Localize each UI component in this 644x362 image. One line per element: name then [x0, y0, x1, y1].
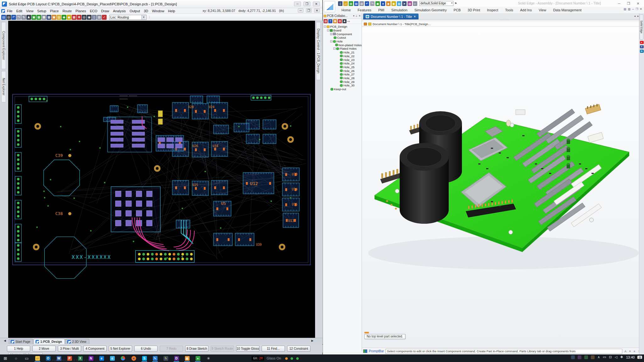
close-button[interactable]: ✕ [635, 1, 641, 6]
battery-icon[interactable]: ▭ [603, 355, 606, 359]
combo-dropdown-icon[interactable]: ▾ [451, 2, 452, 5]
tree-expand-icon[interactable]: − [333, 47, 336, 50]
panel-pin-icon[interactable]: ⟂ [355, 14, 358, 18]
open-icon[interactable]: ▱ [343, 1, 348, 6]
minimize-button[interactable]: ─ [616, 1, 623, 6]
tree-item-hole-30[interactable]: Hole_30 [324, 84, 362, 87]
pen-tool-icon[interactable]: ✎ [151, 355, 159, 361]
tree-item-hole-24[interactable]: Hole_24 [324, 62, 362, 65]
save-icon[interactable]: ▤ [1, 15, 6, 20]
tree-item-hole-22[interactable]: Hole_22 [324, 54, 362, 58]
select-icon[interactable]: ▣ [375, 1, 380, 6]
tree-item-hole-26[interactable]: Hole_26 [324, 69, 362, 73]
diamond-green-icon[interactable]: ◆ [62, 15, 66, 20]
undo-icon[interactable]: ↶ [11, 15, 16, 20]
save-icon[interactable]: ▤ [354, 1, 358, 6]
tree-item-component[interactable]: +Component [324, 32, 362, 36]
tree-item-hole-28[interactable]: Hole_28 [324, 76, 362, 80]
assembly-3d-viewport[interactable] [362, 27, 644, 348]
child-minimize-button[interactable]: ─ [632, 8, 634, 11]
tree-expand-icon[interactable]: + [330, 33, 332, 35]
find-icon[interactable]: ◎ [6, 15, 11, 20]
import-icon[interactable]: ▤ [349, 1, 353, 6]
facebook-icon[interactable]: f [640, 45, 644, 48]
child-close-button[interactable]: ✕ [314, 8, 320, 13]
ribbon-tab-3d-print[interactable]: 3D Print [464, 8, 484, 13]
display-control-tab[interactable]: Display Control - 1:PCB_Design [316, 22, 321, 80]
chrome-icon[interactable] [119, 355, 127, 361]
qat-customize-icon[interactable]: ⚑ [454, 2, 457, 5]
display-copy-icon[interactable]: ▦ [36, 15, 41, 20]
youtube-icon[interactable]: ▸ [640, 41, 644, 44]
zoom-icon[interactable]: ◎ [82, 15, 86, 20]
print-icon[interactable]: ▥ [359, 1, 364, 6]
person-icon[interactable]: ♟ [342, 19, 347, 23]
green-app-icon[interactable]: ● [194, 355, 202, 361]
fkey-1-help[interactable]: 1 Help [7, 346, 30, 352]
stamp-icon[interactable]: ▨ [97, 15, 102, 20]
clock[interactable]: 13:40 [626, 355, 635, 359]
menu-draw[interactable]: Draw [99, 9, 111, 13]
fkey-12-constraint[interactable]: 12 Constraint [287, 346, 310, 352]
check-icon[interactable]: ✓ [102, 15, 107, 20]
child-restore-button[interactable]: ❐ [636, 8, 638, 11]
tray-app3-icon[interactable] [584, 355, 588, 359]
menu-edit[interactable]: Edit [14, 9, 24, 13]
child-restore-button[interactable]: ❐ [306, 8, 312, 13]
child-window-icon[interactable] [1, 9, 5, 13]
style-icon[interactable]: ▨ [397, 1, 401, 6]
panel-scroll-right-icon[interactable]: ▸ [349, 20, 350, 23]
document-tab-close-icon[interactable]: ✕ [414, 15, 416, 18]
tray-chevron-icon[interactable]: ∧ [597, 355, 600, 359]
tile-icon[interactable]: ▥ [628, 8, 630, 11]
fkey-5-net-explorer[interactable]: 5 Net Explorer [109, 346, 132, 352]
tree-item-keep-out[interactable]: Keep-out [324, 87, 362, 91]
prompt-list-icon[interactable]: ≡ [633, 350, 636, 353]
pointer-icon[interactable]: ➤ [402, 1, 407, 6]
dev-tool-icon[interactable]: D [173, 355, 180, 361]
tree-item-cutout[interactable]: Cutout [324, 36, 362, 40]
diamond-yellow-icon[interactable]: ◆ [67, 15, 71, 20]
solid-edge-logo-icon[interactable] [324, 1, 335, 12]
font-decrease-icon[interactable]: A [629, 350, 631, 352]
linkedin-icon[interactable]: in [640, 50, 644, 53]
menu-help[interactable]: Help [166, 9, 177, 13]
move-up-icon[interactable]: ⇅ [21, 15, 26, 20]
menu-3d[interactable]: 3D [142, 9, 150, 13]
title-bar[interactable]: Solid Edge PCB Layout C:\PCB_Design\4-PC… [0, 0, 322, 8]
grid-icon[interactable]: ▦ [47, 15, 51, 20]
menu-route[interactable]: Route [61, 9, 74, 13]
tree-expand-icon[interactable]: − [324, 25, 326, 28]
theme-combo[interactable]: default,Solid Edge ▾ [419, 1, 453, 6]
sync-app-icon[interactable]: ❖ [620, 355, 623, 359]
panel-menu-icon[interactable]: ▾ [353, 14, 355, 17]
notification-icon[interactable]: ▤ [637, 356, 642, 359]
component-explorer-tab[interactable]: Component Explorer [1, 22, 6, 69]
restore-button[interactable]: ❐ [303, 2, 310, 6]
menu-setup[interactable]: Setup [35, 9, 48, 13]
tree-item-hole-29[interactable]: Hole_29 [324, 80, 362, 84]
sheet-icon[interactable]: ▯ [92, 15, 97, 20]
tray-app2-icon[interactable] [578, 355, 581, 359]
menu-eco[interactable]: ECO [88, 9, 99, 13]
help-icon[interactable]: ▻ [413, 1, 417, 6]
promptbar-message[interactable]: Select components to edit or click the I… [386, 349, 622, 354]
tree-item-hole-27[interactable]: Hole_27 [324, 73, 362, 76]
edge-icon[interactable]: e [98, 355, 105, 361]
search-icon[interactable]: ○ [12, 355, 20, 361]
tree-expand-icon[interactable]: − [327, 29, 329, 31]
menu-planes[interactable]: Planes [74, 9, 88, 13]
ribbon-tab-inspect[interactable]: Inspect [484, 8, 502, 13]
ribbon-tab-home[interactable]: Home [338, 8, 354, 13]
panel-close-icon[interactable]: ✕ [358, 14, 361, 17]
tree-item-plated-holes[interactable]: −Plated Holes [324, 47, 362, 51]
tree-item-non-plated-holes[interactable]: Non-plated Holes [324, 43, 362, 47]
combo-dropdown-icon[interactable]: ▾ [142, 15, 146, 19]
new-icon[interactable]: ▯ [338, 1, 342, 6]
tray-app4-icon[interactable] [591, 355, 595, 359]
outlook-icon[interactable]: O [44, 355, 52, 361]
bulb-icon[interactable]: ◉ [391, 1, 396, 6]
layers-tool-icon[interactable]: ▦ [183, 355, 191, 361]
fkey-3-plow-multi[interactable]: 3 Plow / Multi [58, 346, 81, 352]
child-minimize-button[interactable]: ─ [298, 8, 303, 13]
